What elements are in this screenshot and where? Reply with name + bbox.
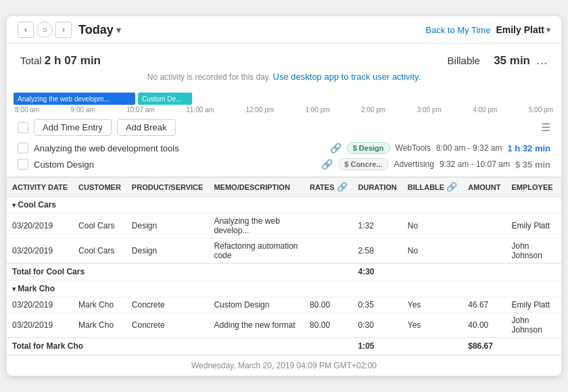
group-label-cool-cars: ▾ Cool Cars <box>7 197 561 214</box>
table-row: 03/20/2019 Mark Cho Concrete Adding the … <box>7 313 561 338</box>
group-chevron-mark-cho[interactable]: ▾ <box>12 285 16 293</box>
timeline-chip-1[interactable]: Analyzing the web developm... <box>14 93 135 105</box>
table-section: ACTIVITY DATE CUSTOMER PRODUCT/SERVICE M… <box>7 177 561 355</box>
cell-employee: Emily Platt <box>506 297 561 313</box>
cell-date: 03/20/2019 <box>7 214 73 239</box>
user-menu[interactable]: Emily Platt ▾ <box>496 24 550 35</box>
timeline-container: Analyzing the web developm... Custom De.… <box>7 90 561 115</box>
add-break-btn[interactable]: Add Break <box>117 119 176 136</box>
cell-duration: 1:32 <box>353 214 402 239</box>
total-row-cool-cars: Total for Cool Cars 4:30 <box>7 264 561 280</box>
cell-customer: Mark Cho <box>73 297 126 313</box>
cell-employee: John Johnson <box>506 313 561 338</box>
col-amount[interactable]: AMOUNT <box>463 178 506 197</box>
more-options-btn[interactable]: … <box>536 53 548 68</box>
cell-employee: John Johnson <box>506 239 561 264</box>
group-chevron-cool-cars[interactable]: ▾ <box>12 201 16 209</box>
back-to-my-time-link[interactable]: Back to My Time <box>425 25 490 35</box>
cell-customer: Cool Cars <box>73 239 126 264</box>
total-row-mark-cho: Total for Mark Cho 1:05 $86.67 <box>7 338 561 355</box>
cell-product: Design <box>126 239 209 264</box>
cell-date: 03/20/2019 <box>7 313 73 338</box>
total-label: Total 2 h 07 min <box>20 54 101 68</box>
top-nav: ‹ ○ › Today ▾ Back to My Time Emily Plat… <box>7 16 561 44</box>
total-label-mark-cho: Total for Mark Cho <box>7 338 353 355</box>
cell-amount: 40.00 <box>463 313 506 338</box>
total-duration-cool-cars: 4:30 <box>353 264 402 280</box>
footer-text: Wednesday, March 20, 2019 04:09 PM GMT+0… <box>191 361 377 370</box>
cell-duration: 0:35 <box>353 297 402 313</box>
timeline-ticks: 8:00 am 9:00 am 10:07 am 11:00 am 12:00 … <box>14 106 554 114</box>
entry-link-icon-1[interactable]: 🔗 <box>330 143 341 153</box>
total-billable-mark-cho <box>402 338 463 355</box>
table-row: 03/20/2019 Cool Cars Design Analyzing th… <box>7 214 561 239</box>
summary-section: Total 2 h 07 min Billable 35 min … No ac… <box>7 44 561 90</box>
col-memo[interactable]: MEMO/DESCRIPTION <box>208 178 304 197</box>
total-amount-cool-cars <box>463 264 506 280</box>
group-label-mark-cho: ▾ Mark Cho <box>7 280 561 297</box>
entry-duration-1: 1 h 32 min <box>507 143 550 153</box>
entry-checkbox-2[interactable] <box>18 159 28 170</box>
cell-billable: No <box>402 239 463 264</box>
entry-duration-2: $ 35 min <box>515 160 550 170</box>
entry-tag-2[interactable]: $ Concre... <box>338 158 388 170</box>
cell-billable: Yes <box>402 297 463 313</box>
entry-row-2: Custom Design 🔗 $ Concre... Advertising … <box>18 156 550 172</box>
cell-amount <box>463 239 506 264</box>
total-duration-mark-cho: 1:05 <box>353 338 402 355</box>
entry-checkbox-1[interactable] <box>18 143 28 153</box>
nav-right: Back to My Time Emily Platt ▾ <box>425 24 550 35</box>
cell-duration: 2:58 <box>353 239 402 264</box>
entry-customer-2: Advertising <box>394 160 434 169</box>
entry-name-2: Custom Design <box>34 160 316 170</box>
cell-product: Concrete <box>126 297 209 313</box>
total-billable-cool-cars <box>402 264 463 280</box>
cell-amount: 46.67 <box>463 297 506 313</box>
entry-name-1: Analyzing the web development tools <box>34 143 325 153</box>
table-row: 03/20/2019 Mark Cho Concrete Custom Desi… <box>7 297 561 313</box>
col-duration[interactable]: DURATION <box>353 178 402 197</box>
sort-icon: ☰ <box>541 121 550 134</box>
rates-link-icon: 🔗 <box>337 182 348 192</box>
timeline-chip-2[interactable]: Custom De... <box>138 93 192 105</box>
cell-amount <box>463 214 506 239</box>
cell-employee: Emily Platt <box>506 214 561 239</box>
forward-arrow-btn[interactable]: › <box>55 22 72 38</box>
col-activity-date[interactable]: ACTIVITY DATE <box>7 178 73 197</box>
circle-btn[interactable]: ○ <box>37 22 53 38</box>
col-rates[interactable]: RATES 🔗 <box>304 178 352 196</box>
footer-bar: Wednesday, March 20, 2019 04:09 PM GMT+0… <box>7 355 561 376</box>
cell-product: Design <box>126 214 209 239</box>
cell-memo: Refactoring automation code <box>208 239 304 264</box>
cell-duration: 0:30 <box>353 313 402 338</box>
billable-label: Billable 35 min … <box>448 53 548 68</box>
cell-rates <box>304 239 352 264</box>
col-customer[interactable]: CUSTOMER <box>73 178 126 197</box>
cell-date: 03/20/2019 <box>7 297 73 313</box>
entry-link-icon-2[interactable]: 🔗 <box>321 159 333 170</box>
entries-toolbar: Add Time Entry Add Break ☰ <box>18 119 550 136</box>
entry-time-range-2: 9:32 am - 10:07 am <box>440 160 510 169</box>
nav-title[interactable]: Today ▾ <box>78 23 121 37</box>
select-all-checkbox[interactable] <box>18 122 28 133</box>
add-time-entry-btn[interactable]: Add Time Entry <box>34 119 112 136</box>
group-row-mark-cho: ▾ Mark Cho <box>7 280 561 297</box>
cell-memo: Custom Design <box>208 297 304 313</box>
cell-memo: Adding the new format <box>208 313 304 338</box>
activity-notice: No activity is recorded for this day. Us… <box>20 72 548 82</box>
desktop-app-link[interactable]: Use desktop app to track user activity. <box>273 72 421 82</box>
entry-row-1: Analyzing the web development tools 🔗 $ … <box>18 140 550 156</box>
cell-rates: 80.00 <box>304 313 352 338</box>
total-amount-mark-cho: $86.67 <box>463 338 506 355</box>
cell-product: Concrete <box>126 313 209 338</box>
group-row-cool-cars: ▾ Cool Cars <box>7 197 561 214</box>
entry-time-range-1: 8:00 am - 9:32 am <box>436 143 502 153</box>
col-billable[interactable]: BILLABLE 🔗 <box>402 178 463 197</box>
billable-link-icon: 🔗 <box>446 182 457 192</box>
col-employee[interactable]: EMPLOYEE <box>506 178 561 197</box>
col-product[interactable]: PRODUCT/SERVICE <box>126 178 209 197</box>
entry-tag-1[interactable]: $ Design <box>347 142 390 154</box>
back-arrow-btn[interactable]: ‹ <box>18 22 34 38</box>
cell-customer: Cool Cars <box>73 214 126 239</box>
cell-billable: Yes <box>402 313 463 338</box>
